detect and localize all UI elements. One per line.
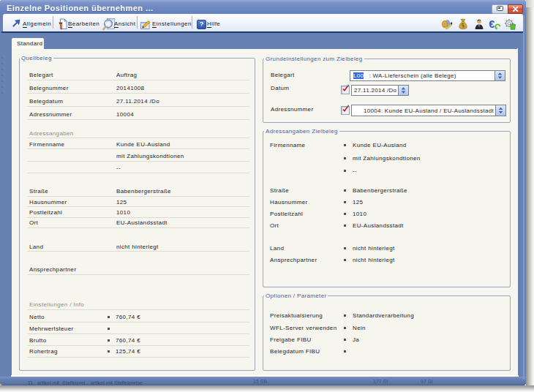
svg-text:€: € xyxy=(489,18,495,30)
